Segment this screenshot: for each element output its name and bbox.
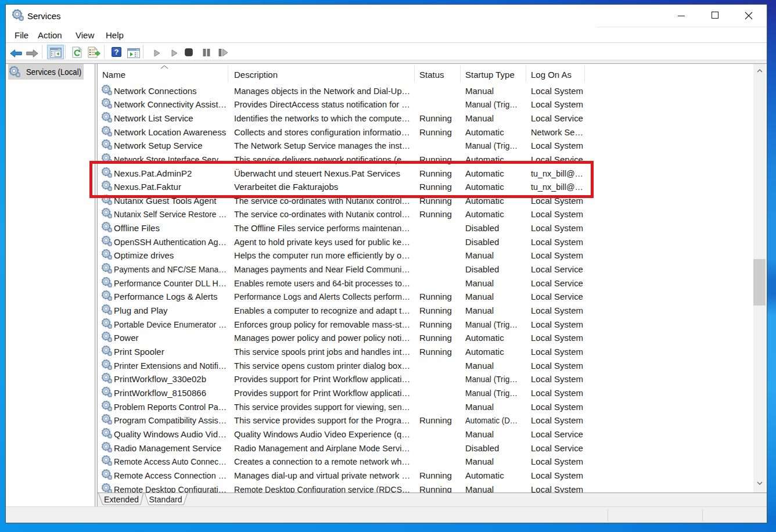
svg-text:Standard: Standard — [149, 494, 182, 504]
svg-text:?: ? — [114, 48, 119, 56]
svg-text:Extended: Extended — [104, 494, 139, 504]
